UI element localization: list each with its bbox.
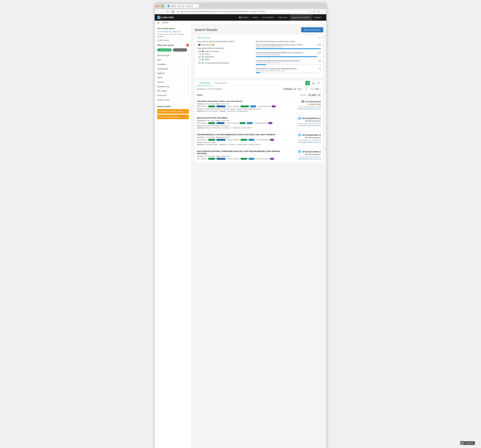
chart-view-button[interactable]: 📊 <box>311 81 316 85</box>
nav-our-software[interactable]: Our Software ▾ <box>261 14 277 21</box>
family-badge: 1 ↗ <box>270 139 274 141</box>
hide-summary-link[interactable]: Hide Summary <box>197 37 210 39</box>
patent-id: WO 2018/176009 A1 <box>302 151 321 153</box>
address-bar[interactable]: 🔒 https://www.lens.org/lens/patcite#%7B"… <box>176 10 307 13</box>
export-patent-docs-caret-icon: ▾ <box>187 110 187 112</box>
view-family-link[interactable]: ↗ View family members in the Lens <box>287 141 321 143</box>
back-button[interactable]: ← <box>156 10 160 13</box>
patent-flag: 🌐 <box>298 150 301 153</box>
cited-info-icon[interactable]: i <box>212 44 214 46</box>
filter-item[interactable]: Date▾ <box>157 58 189 62</box>
nav-about[interactable]: About ▾ <box>251 14 261 21</box>
close-window-button[interactable] <box>157 5 158 7</box>
summary-collapse-icon[interactable]: ▲ <box>318 36 321 39</box>
next-page-button[interactable]: Next <box>315 88 319 90</box>
view-family-link[interactable]: ↗ View family members in the Lens <box>287 158 321 160</box>
filter-caret-icon: ▾ <box>188 81 189 83</box>
filter-header: Filter your search × <box>157 44 189 46</box>
patent-type-dot <box>308 104 309 105</box>
info-icon[interactable]: ⓘ <box>313 10 316 13</box>
grant-dot-icon <box>202 53 203 55</box>
sidebar: Your search query 1cfc73d5-e565-4de1-964… <box>155 25 191 448</box>
top-cited-bar <box>256 64 266 65</box>
snowflake-view-button[interactable]: ❄ <box>316 81 321 85</box>
forward-button[interactable]: → <box>161 10 165 13</box>
results-per-page-select[interactable]: 20 Results 50 Results 100 Results <box>282 87 296 91</box>
bookmark-star-icon[interactable]: ☆ <box>308 10 312 13</box>
filter-item[interactable]: Classification▾ <box>157 67 189 71</box>
nav-language[interactable]: 🇬🇧 English ▾ <box>237 14 251 21</box>
bpc-badge: 19 BPC <box>240 158 247 160</box>
cite-icon: ❄ <box>317 68 319 69</box>
filter-item-label: Family size <box>157 94 166 97</box>
filter-item[interactable]: Applicant▾ <box>157 71 189 76</box>
filter-item[interactable]: Document type▾ <box>157 53 189 58</box>
query-link[interactable]: 1cfc73d5-e565-4de1-9642-0fd7... <box>157 31 189 33</box>
export-citation-articles-button[interactable]: All query citation articles ▾ <box>157 115 189 119</box>
patent-type-row: Patent Application <box>287 137 321 138</box>
scroll-top-button[interactable]: ▲ <box>460 441 464 445</box>
menu-icon[interactable]: ⋮ <box>321 10 325 13</box>
qnpl-found: 4 QNPL found <box>157 39 189 41</box>
cite-icon: ❄ <box>316 44 318 46</box>
filter-item[interactable]: Citations count▾ <box>157 98 189 102</box>
filter-item[interactable]: NPL citation▾ <box>157 89 189 93</box>
sort-select[interactable]: No. QNPL ↓ Date <box>307 93 321 97</box>
citing-patents-tab-main[interactable]: Citing patents <box>213 80 229 86</box>
minimize-window-button[interactable] <box>159 5 161 7</box>
cited-articles-tab[interactable]: Cited Articles <box>173 48 187 52</box>
signed-in-label: Signed in as poldham <box>292 16 309 19</box>
filter-caret-icon: ▾ <box>188 68 189 70</box>
view-family-link[interactable]: ↗ View family members in the Lens <box>287 125 321 126</box>
results-tabs: Cited articles Citing patents ⊞ 📊 ❄ Show… <box>195 80 323 163</box>
nav-support[interactable]: Support ▾ <box>313 14 324 21</box>
patent-card: NUCLEOBASE EDITORS COMPRISING NUCLEIC AC… <box>195 148 323 163</box>
page-input[interactable] <box>303 88 309 90</box>
sort-bar: Patent Sort by: No. QNPL ↓ Date <box>195 92 323 98</box>
browser-tab[interactable]: ⊙ PatCite - The Lens - Free & O... × <box>165 4 199 8</box>
cite-number: 137 <box>318 52 321 54</box>
start-new-search-button[interactable]: Start a new search <box>301 27 323 32</box>
tab-favicon: ⊙ <box>167 5 170 7</box>
filter-clear-button[interactable]: × <box>186 44 189 46</box>
reload-button[interactable]: ↻ <box>166 10 170 13</box>
feedback-button[interactable]: Feedback <box>464 441 475 445</box>
nav-signed-in[interactable]: Signed in as poldham ▾ <box>290 14 313 21</box>
cited-articles-tab-main[interactable]: Cited articles <box>197 80 213 86</box>
filter-item[interactable]: Family size▾ <box>157 93 189 98</box>
filter-item[interactable]: Jurisdiction▾ <box>157 62 189 67</box>
view-family-link[interactable]: ↗ View family members in the Lens <box>287 108 321 110</box>
sort-by-area: Sort by: No. QNPL ↓ Date <box>301 93 321 97</box>
window-controls <box>157 5 163 7</box>
owners-row: Owners: Microsoft Technology Licensing L… <box>197 125 285 127</box>
tab-close-button[interactable]: × <box>196 5 197 7</box>
fpc-badge: 0 FPC <box>248 158 255 160</box>
maximize-window-button[interactable] <box>161 5 163 7</box>
patent-title: MOLECULAR STATE MACHINES <box>197 117 285 119</box>
filter-caret-icon: ▾ <box>188 59 189 61</box>
fpc-badge: 1 FPC <box>247 122 253 124</box>
breadcrumb-home-icon[interactable]: 🏠 <box>157 22 159 24</box>
new-tab-button[interactable]: + <box>200 4 203 8</box>
patent-citations-row: NPL Citations: 3 QNPL 208 NPL ↗ Patent C… <box>197 158 285 160</box>
extension-icon[interactable]: 🔧 <box>317 10 320 13</box>
filter-item[interactable]: Owner▾ <box>157 76 189 80</box>
secure-icon: 🔒 <box>177 11 179 13</box>
browser-addressbar: ← → ↻ 🏠 🔒 https://www.lens.org/lens/patc… <box>155 9 326 14</box>
patent-dates-row: Published: 15 Feb 2018 Filed: 09 Aug 201… <box>197 136 285 138</box>
filter-item[interactable]: Inventor▾ <box>157 80 189 84</box>
table-view-button[interactable]: ⊞ <box>305 81 310 85</box>
prev-page-button[interactable]: Prev <box>310 88 314 90</box>
results-info-bar: Showing 1 to 20 of 304 patents 20 Result… <box>195 86 323 92</box>
nav-work-area[interactable]: Work Area ▾ <box>277 14 290 21</box>
export-patent-docs-button[interactable]: All patent documents in query ▾ <box>157 109 189 114</box>
patent-right: 🌐 WO 2018/005782 A1 Patent Application I… <box>287 117 321 129</box>
citing-patents-tab[interactable]: Citing Patents <box>157 48 172 52</box>
signed-in-caret-icon: ▾ <box>310 17 311 18</box>
top-cited-meta: Ran F, Ann et al, Cell (29 Aug 2013) <box>256 54 321 56</box>
filter-item[interactable]: Publication key▾ <box>157 84 189 89</box>
top-cited-item: Double Nicking by RNA-Guided CRISPR Cas9… <box>256 52 321 59</box>
export-citation-articles-caret-icon: ▾ <box>187 116 187 118</box>
patent-id: WO 2018/031683 A1 <box>302 134 321 136</box>
home-button[interactable]: 🏠 <box>171 10 175 13</box>
